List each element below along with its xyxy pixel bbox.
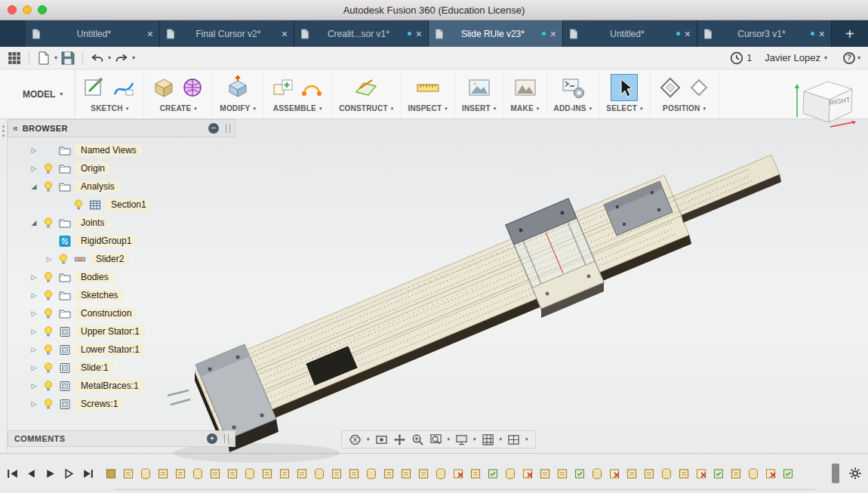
zoom-window-button[interactable] (38, 5, 47, 14)
timeline-feature-gold-icon[interactable] (348, 467, 360, 480)
new-document-button[interactable]: + (841, 26, 859, 42)
play-icon[interactable] (44, 468, 57, 479)
collapse-panel-icon[interactable]: « (13, 123, 18, 134)
expand-arrow-icon[interactable]: ▷ (29, 291, 39, 299)
ribbon-group-label[interactable]: SELECT▾ (606, 104, 642, 112)
go-to-end-icon[interactable] (82, 468, 94, 479)
browser-item-bodies[interactable]: ▷Bodies (8, 268, 235, 286)
timeline-feature-redx-icon[interactable] (522, 467, 534, 480)
visibility-bulb-icon[interactable] (44, 399, 54, 410)
timeline-feature-gold-icon[interactable] (678, 467, 690, 480)
chevron-down-icon[interactable]: ▾ (448, 436, 451, 442)
timeline-feature-gold-icon[interactable] (417, 467, 429, 480)
browser-item-slider2[interactable]: ▷Slider2 (8, 250, 235, 268)
timeline-feature-gold-icon[interactable] (331, 467, 343, 480)
chevron-down-icon[interactable]: ▾ (500, 436, 503, 442)
document-tab[interactable]: Final Cursor v2*× (160, 20, 294, 47)
timeline-feature-gold-icon[interactable] (122, 467, 134, 480)
redo-icon[interactable] (115, 51, 128, 65)
help-menu[interactable]: ? ▾ (843, 52, 860, 64)
browser-item-analysis[interactable]: ◢Analysis (8, 177, 235, 196)
timeline-feature-redx-icon[interactable] (765, 467, 777, 480)
timeline-feature-gold2-icon[interactable] (365, 467, 377, 480)
orbit-icon[interactable] (349, 433, 362, 446)
chevron-down-icon[interactable]: ▾ (367, 436, 370, 442)
visibility-bulb-icon[interactable] (44, 362, 54, 374)
ribbon-group-label[interactable]: INSPECT▾ (408, 104, 447, 112)
close-tab-icon[interactable]: × (550, 28, 556, 40)
browser-item-lower-stator-1[interactable]: ▷Lower Stator:1 (8, 340, 235, 359)
joint-icon[interactable] (299, 75, 325, 100)
insert-image-icon[interactable] (466, 75, 492, 100)
visibility-bulb-icon[interactable] (59, 254, 69, 265)
file-menu-icon[interactable] (37, 51, 51, 65)
timeline-feature-gold-icon[interactable] (209, 467, 221, 480)
visibility-bulb-icon[interactable] (44, 217, 54, 229)
construction-plane-icon[interactable] (353, 75, 379, 100)
sketch-spline-icon[interactable] (111, 75, 137, 100)
timeline-feature-gold-icon[interactable] (469, 467, 482, 480)
close-tab-icon[interactable]: × (416, 28, 422, 40)
expand-arrow-icon[interactable]: ▷ (29, 400, 39, 408)
panel-handle-icon[interactable] (2, 125, 5, 128)
timeline-feature-gold2-icon[interactable] (192, 467, 204, 480)
timeline-feature-gold-icon[interactable] (400, 467, 412, 480)
expand-arrow-icon[interactable]: ▷ (29, 346, 39, 353)
timeline-feature-gold-icon[interactable] (643, 467, 655, 480)
timeline-feature-gold2-icon[interactable] (313, 467, 325, 480)
close-tab-icon[interactable]: × (685, 28, 691, 40)
timeline-feature-gold-icon[interactable] (174, 467, 186, 480)
timeline-settings-gear-icon[interactable] (848, 467, 862, 480)
timeline-feature-redx-icon[interactable] (695, 467, 707, 480)
timeline-feature-green-icon[interactable] (782, 467, 794, 480)
timeline-feature-gold2-icon[interactable] (435, 467, 447, 480)
ribbon-group-label[interactable]: POSITION▾ (663, 104, 706, 112)
create-sketch-icon[interactable] (82, 75, 108, 100)
grid-layout-icon[interactable] (482, 433, 494, 446)
ribbon-group-label[interactable]: MAKE▾ (511, 104, 540, 112)
timeline-feature-gold-icon[interactable] (226, 467, 239, 480)
document-tab[interactable]: Untitled*× (563, 20, 697, 47)
browser-item-slide-1[interactable]: ▷Slide:1 (8, 359, 235, 377)
panel-grip[interactable] (224, 434, 229, 443)
timeline-feature-gold2-icon[interactable] (244, 467, 256, 480)
ribbon-group-label[interactable]: ASSEMBLE▾ (273, 104, 322, 112)
ribbon-group-label[interactable]: MODIFY▾ (220, 104, 256, 112)
viewports-icon[interactable] (507, 433, 520, 446)
timeline-feature-gold-icon[interactable] (626, 467, 638, 480)
step-back-icon[interactable] (25, 468, 38, 479)
save-icon[interactable] (61, 51, 75, 65)
ribbon-group-label[interactable]: INSERT▾ (462, 104, 497, 112)
visibility-bulb-icon[interactable] (44, 163, 54, 174)
timeline-feature-gold2-icon[interactable] (747, 467, 759, 480)
expand-arrow-icon[interactable]: ▷ (29, 273, 39, 281)
undo-icon[interactable] (91, 51, 104, 65)
zoom-icon[interactable] (411, 433, 424, 446)
timeline-feature-redx-icon[interactable] (452, 467, 464, 480)
select-cursor-icon[interactable] (611, 75, 637, 100)
visibility-bulb-icon[interactable] (44, 381, 54, 392)
expand-arrow-icon[interactable]: ▷ (29, 146, 39, 154)
timeline-feature-gold-solid-icon[interactable] (105, 467, 117, 480)
document-tab[interactable]: Crealit...sor v1*× (294, 20, 429, 47)
document-tab[interactable]: Untitled*× (26, 20, 160, 47)
visibility-bulb-icon[interactable] (74, 199, 85, 211)
add-comment-plus-icon[interactable]: + (207, 433, 217, 444)
document-tab[interactable]: Cursor3 v1*× (697, 20, 832, 47)
expand-arrow-icon[interactable]: ▷ (29, 165, 39, 172)
timeline-scrollbar-thumb[interactable] (832, 464, 839, 483)
timeline-feature-gold-icon[interactable] (296, 467, 308, 480)
close-tab-icon[interactable]: × (282, 28, 288, 40)
workspace-switcher[interactable]: MODEL ▾ (11, 69, 75, 119)
expand-arrow-icon[interactable]: ▷ (29, 382, 39, 390)
chevron-down-icon[interactable]: ▾ (473, 436, 476, 442)
timeline-feature-green-icon[interactable] (713, 467, 725, 480)
browser-item-joints[interactable]: ◢Joints (8, 214, 235, 232)
timeline-feature-gold-icon[interactable] (730, 467, 742, 480)
browser-item-named-views[interactable]: ▷Named Views (8, 141, 235, 159)
timeline-feature-gold2-icon[interactable] (140, 467, 152, 480)
create-form-icon[interactable] (180, 75, 205, 100)
ribbon-group-label[interactable]: CREATE▾ (160, 104, 197, 112)
pan-icon[interactable] (393, 433, 406, 446)
look-at-icon[interactable] (375, 433, 388, 446)
